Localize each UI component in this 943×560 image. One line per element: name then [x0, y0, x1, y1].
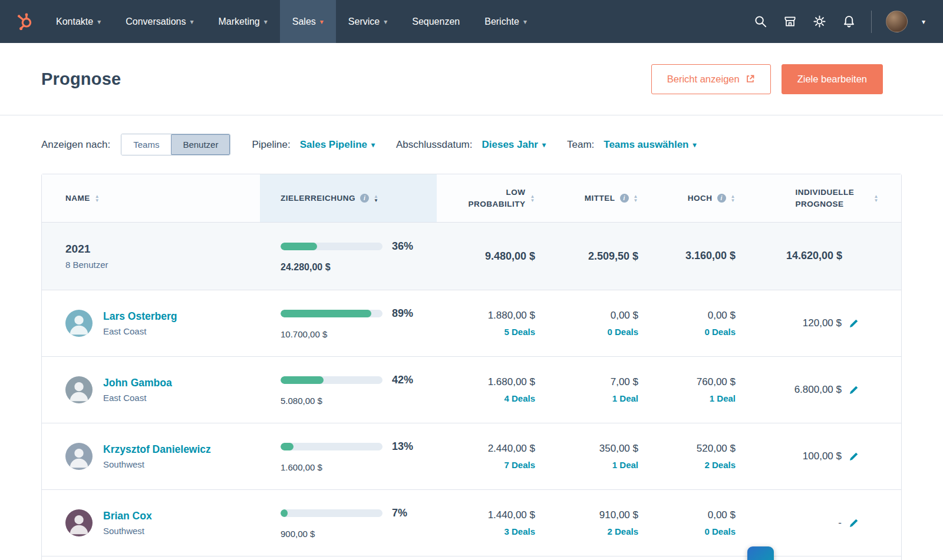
- hubspot-logo[interactable]: [0, 0, 44, 43]
- column-header-name[interactable]: NAME: [42, 174, 260, 222]
- table-row: Lars Osterberg East Coast 89% 10.700,00 …: [42, 290, 901, 357]
- summary-low-cell: 9.480,00 $: [437, 223, 540, 290]
- nav-item-sales[interactable]: Sales: [280, 0, 336, 43]
- sort-icons: [731, 194, 736, 203]
- forecast-value: 120,00 $: [803, 317, 842, 329]
- low-cell: 1.680,00 $ 4 Deals: [437, 357, 540, 423]
- segment-users-button[interactable]: Benutzer: [171, 134, 230, 155]
- column-label: ZIELERREICHUNG: [281, 193, 355, 204]
- nav-item-sequenzen[interactable]: Sequenzen: [400, 0, 472, 43]
- low-deals-link[interactable]: 7 Deals: [504, 460, 535, 470]
- nav-item-service[interactable]: Service: [336, 0, 400, 43]
- column-header-hoch[interactable]: HOCH: [643, 174, 740, 222]
- user-name-cell: Krzysztof Danielewicz Southwest: [42, 423, 260, 489]
- nav-utilities: [753, 0, 943, 43]
- page-header: Prognose Bericht anzeigen Ziele bearbeit…: [0, 43, 943, 115]
- sort-icons: [634, 194, 638, 203]
- info-icon[interactable]: [717, 194, 726, 203]
- attainment-amount: 24.280,00 $: [281, 262, 437, 273]
- page-title: Prognose: [41, 69, 121, 89]
- edit-goals-button[interactable]: Ziele bearbeiten: [782, 64, 883, 94]
- nav-divider: [871, 11, 872, 33]
- mittel-cell: 0,00 $ 0 Deals: [540, 290, 643, 356]
- user-name-link[interactable]: Lars Osterberg: [103, 310, 177, 323]
- low-deals-link[interactable]: 5 Deals: [504, 327, 535, 337]
- account-menu-chevron-icon[interactable]: [922, 18, 925, 26]
- edit-forecast-icon[interactable]: [849, 518, 859, 528]
- help-beacon[interactable]: [747, 546, 774, 560]
- edit-forecast-icon[interactable]: [849, 319, 859, 329]
- hoch-deals-link[interactable]: 0 Deals: [704, 327, 736, 337]
- notifications-icon[interactable]: [842, 14, 857, 29]
- settings-icon[interactable]: [812, 14, 827, 29]
- info-icon[interactable]: [360, 194, 369, 203]
- close-date-select[interactable]: Dieses Jahr: [482, 139, 545, 151]
- nav-item-label: Service: [348, 16, 380, 27]
- sort-icons: [530, 194, 535, 203]
- user-name-link[interactable]: John Gamboa: [103, 377, 172, 389]
- column-header-mittel[interactable]: MITTEL: [540, 174, 643, 222]
- summary-row: 2021 8 Benutzer 36% 24.280,00 $ 9.480,00…: [42, 223, 901, 290]
- hoch-cell: 760,00 $ 1 Deal: [643, 357, 740, 423]
- nav-item-kontakte[interactable]: Kontakte: [44, 0, 113, 43]
- mittel-deals-link[interactable]: 0 Deals: [607, 327, 638, 337]
- close-date-value: Dieses Jahr: [482, 139, 538, 151]
- user-team: Southwest: [103, 526, 152, 536]
- nav-item-berichte[interactable]: Berichte: [472, 0, 539, 43]
- low-deals-link[interactable]: 3 Deals: [504, 526, 535, 536]
- filter-bar: Anzeigen nach: Teams Benutzer Pipeline: …: [0, 115, 943, 174]
- search-icon[interactable]: [753, 14, 769, 29]
- edit-forecast-icon[interactable]: [849, 452, 859, 462]
- hoch-deals-link[interactable]: 2 Deals: [704, 460, 736, 470]
- view-report-button[interactable]: Bericht anzeigen: [651, 64, 771, 94]
- low-value: 2.440,00 $: [488, 443, 535, 455]
- edit-forecast-icon[interactable]: [849, 385, 859, 395]
- chevron-down-icon: [190, 18, 193, 26]
- user-avatar: [65, 443, 93, 470]
- team-select[interactable]: Teams auswählen: [604, 139, 696, 151]
- low-deals-link[interactable]: 4 Deals: [504, 393, 535, 403]
- marketplace-icon[interactable]: [783, 14, 798, 29]
- attainment-progress-bar: [281, 509, 383, 517]
- attainment-percent: 7%: [392, 507, 407, 519]
- column-header-low-probability[interactable]: LOW PROBABILITY: [437, 174, 540, 222]
- account-avatar[interactable]: [886, 11, 908, 32]
- user-name-link[interactable]: Brian Cox: [103, 510, 152, 522]
- primary-nav-items: Kontakte Conversations Marketing Sales S…: [44, 0, 539, 43]
- mittel-deals-link[interactable]: 1 Deal: [612, 393, 638, 403]
- user-avatar: [65, 376, 93, 403]
- nav-item-conversations[interactable]: Conversations: [113, 0, 206, 43]
- chevron-down-icon: [97, 18, 101, 26]
- chevron-down-icon: [693, 141, 697, 149]
- user-name-link[interactable]: Krzysztof Danielewicz: [103, 443, 211, 456]
- forecast-cell: 100,00 $: [740, 423, 883, 489]
- attainment-progress-bar: [281, 243, 383, 250]
- column-header-zielerreichung[interactable]: ZIELERREICHUNG: [260, 174, 437, 222]
- mittel-value: 2.509,50 $: [588, 250, 638, 263]
- attainment-amount: 10.700,00 $: [281, 329, 437, 339]
- show-by-label: Anzeigen nach:: [41, 139, 110, 151]
- hoch-value: 0,00 $: [708, 509, 736, 521]
- forecast-value: -: [838, 517, 842, 529]
- low-value: 1.680,00 $: [488, 376, 535, 388]
- pipeline-select[interactable]: Sales Pipeline: [300, 139, 375, 151]
- info-icon[interactable]: [620, 194, 629, 203]
- summary-name-cell: 2021 8 Benutzer: [42, 223, 260, 290]
- mittel-value: 350,00 $: [599, 443, 638, 455]
- nav-item-label: Kontakte: [56, 16, 93, 27]
- column-header-individuelle-prognose[interactable]: INDIVIDUELLE PROGNOSE: [740, 174, 883, 222]
- mittel-deals-link[interactable]: 1 Deal: [612, 460, 638, 470]
- sort-icons: [874, 194, 879, 203]
- forecast-cell: 120,00 $: [740, 290, 883, 356]
- hoch-deals-link[interactable]: 0 Deals: [704, 526, 736, 536]
- low-cell: 1.440,00 $ 3 Deals: [437, 490, 540, 556]
- segment-teams-button[interactable]: Teams: [121, 134, 171, 155]
- hoch-cell: 0,00 $ 0 Deals: [643, 290, 740, 356]
- hoch-cell: 520,00 $ 2 Deals: [643, 423, 740, 489]
- table-header-row: NAME ZIELERREICHUNG LOW PROBABILITY MITT…: [42, 174, 901, 223]
- summary-forecast-cell: 14.620,00 $: [740, 223, 883, 290]
- hoch-deals-link[interactable]: 1 Deal: [710, 393, 736, 403]
- top-nav: Kontakte Conversations Marketing Sales S…: [0, 0, 943, 43]
- nav-item-marketing[interactable]: Marketing: [206, 0, 280, 43]
- mittel-deals-link[interactable]: 2 Deals: [607, 526, 638, 536]
